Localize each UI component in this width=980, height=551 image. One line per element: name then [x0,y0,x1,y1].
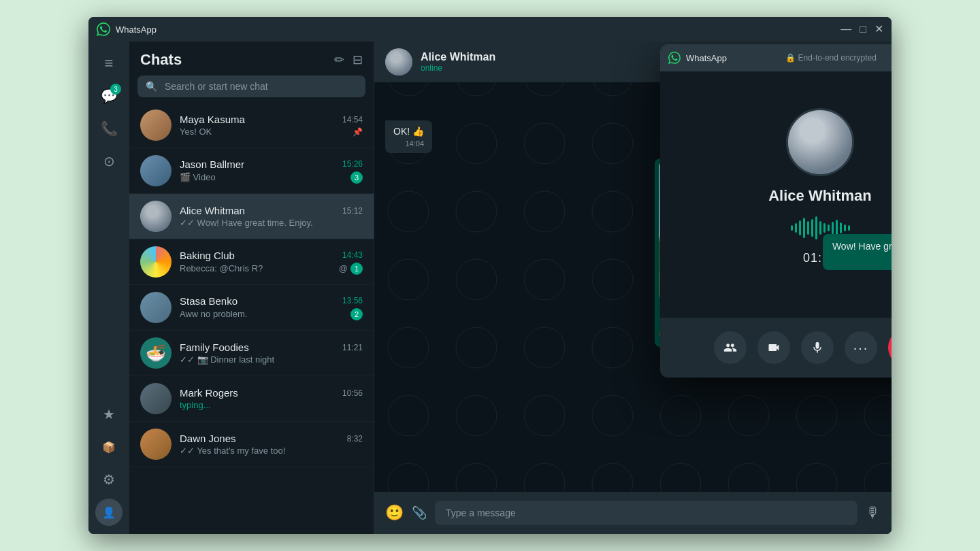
chat-preview-baking: Rebecca: @Chris R? [180,263,263,273]
chat-preview-maya: Yes! OK [180,127,212,137]
chat-name-stasa: Stasa Benko [180,295,238,307]
chat-time-mark: 10:56 [342,388,363,398]
filter-icon[interactable]: ⊟ [353,52,363,67]
profile-avatar[interactable]: 👤 [95,499,122,526]
chat-header-avatar[interactable] [385,48,412,76]
chat-item-baking[interactable]: Baking Club 14:43 Rebecca: @Chris R? @ 1 [129,239,374,285]
chat-info-alice: Alice Whitman 15:12 ✓✓ Wow! Have great t… [180,205,363,228]
chat-time-dawn: 8:32 [347,434,363,444]
title-bar-left: WhatsApp [97,22,157,36]
chat-info-dawn: Dawn Jones 8:32 ✓✓ Yes that's my fave to… [180,433,363,456]
message-ok-text: OK! 👍 [393,126,424,137]
chats-badge: 3 [110,84,121,95]
chat-time-stasa: 13:56 [342,296,363,305]
chat-list-header: Chats ✏ ⊟ [129,41,374,76]
menu-icon[interactable]: ≡ [95,50,122,77]
archived-nav-icon[interactable]: 📦 [95,433,122,461]
unread-badge-jason: 3 [350,171,363,184]
chat-name-maya: Maya Kasuma [180,114,245,125]
microphone-icon [811,341,824,354]
chat-time-baking: 14:43 [342,250,363,260]
chat-item-alice[interactable]: Alice Whitman 15:12 ✓✓ Wow! Have great t… [129,194,374,239]
chats-nav-icon[interactable]: 💬 3 [95,82,122,110]
app-title: WhatsApp [116,24,157,35]
more-options-btn[interactable]: ··· [845,331,877,364]
message-input[interactable] [435,501,858,525]
chat-item-jason[interactable]: Jason Ballmer 15:26 🎬 Video 3 [129,148,374,194]
call-body: Alice Whitman [660,71,892,318]
new-chat-icon[interactable]: ✏ [334,52,344,67]
search-icon: 🔍 [146,81,157,92]
calls-nav-icon[interactable]: 📞 [95,115,122,142]
pin-icon-maya: 📌 [353,127,363,137]
mute-btn[interactable] [801,331,834,364]
participants-btn[interactable] [714,331,747,364]
chat-info-jason: Jason Ballmer 15:26 🎬 Video 3 [180,158,363,184]
chat-main: Alice Whitman online 📹 📞 🔍 Here a OK! 👍 [374,41,892,534]
title-bar-controls: — □ ✕ [840,24,883,35]
mic-icon[interactable]: 🎙 [866,504,881,522]
app-body: ≡ 💬 3 📞 ⊙ ★ 📦 ⚙ 👤 Chats ✏ ⊟ [88,41,892,534]
call-contact-name: Alice Whitman [768,187,872,205]
call-title-bar: WhatsApp 🔒 End-to-end encrypted — □ ✕ [660,44,892,71]
video-toggle-btn[interactable] [757,331,790,364]
avatar-family: 🍜 [140,337,172,369]
avatar-baking [140,246,172,278]
search-bar: 🔍 [137,76,365,97]
avatar-alice [140,201,172,232]
call-sent-message: Wow! Have great time. Enjoy. 15:12 ✓✓ [823,234,892,270]
call-overlay: WhatsApp 🔒 End-to-end encrypted — □ ✕ [660,44,892,378]
chat-name-baking: Baking Club [180,250,235,261]
settings-nav-icon[interactable]: ⚙ [95,466,122,493]
chat-preview-stasa: Aww no problem. [180,309,247,319]
chat-name-family: Family Foodies [180,341,249,353]
call-title-text: WhatsApp [686,53,727,63]
minimize-btn[interactable]: — [840,24,851,35]
chat-item-family[interactable]: 🍜 Family Foodies 11:21 ✓✓ 📷 Dinner last … [129,331,374,376]
chat-name-dawn: Dawn Jones [180,433,236,444]
chat-info-stasa: Stasa Benko 13:56 Aww no problem. 2 [180,295,363,320]
chat-input-bar: 🙂 📎 🎙 [374,492,892,534]
avatar-dawn [140,429,172,460]
status-nav-icon[interactable]: ⊙ [95,148,122,175]
chat-item-mark[interactable]: Mark Rogers 10:56 typing... [129,376,374,422]
chat-preview-alice: ✓✓ Wow! Have great time. Enjoy. [180,218,313,228]
chat-time-jason: 15:26 [342,159,363,169]
unread-badge-baking: 1 [350,263,363,275]
more-icon: ··· [853,340,869,356]
lock-icon: 🔒 [785,53,796,63]
chat-info-maya: Maya Kasuma 14:54 Yes! OK 📌 [180,114,363,137]
avatar-mark [140,383,172,414]
chat-preview-family: ✓✓ 📷 Dinner last night [180,354,274,365]
call-controls: ··· [660,318,892,378]
chat-list-panel: Chats ✏ ⊟ 🔍 Maya Kasuma 14:54 [129,41,374,534]
search-input[interactable] [137,76,365,97]
attachment-icon[interactable]: 📎 [412,505,427,520]
sidebar-nav: ≡ 💬 3 📞 ⊙ ★ 📦 ⚙ 👤 [88,41,129,534]
chat-item-maya[interactable]: Maya Kasuma 14:54 Yes! OK 📌 [129,103,374,148]
call-sent-message-time: 15:12 ✓✓ [832,254,892,263]
emoji-icon[interactable]: 🙂 [385,504,404,522]
chat-info-baking: Baking Club 14:43 Rebecca: @Chris R? @ 1 [180,250,363,275]
chat-item-dawn[interactable]: Dawn Jones 8:32 ✓✓ Yes that's my fave to… [129,422,374,467]
call-encrypted-label: 🔒 End-to-end encrypted [785,53,877,63]
chat-name-mark: Mark Rogers [180,387,238,399]
avatar-stasa [140,292,172,323]
call-wa-logo [668,52,681,64]
chat-time-alice: 15:12 [342,206,363,216]
call-sent-message-text: Wow! Have great time. Enjoy. [832,241,892,252]
chats-title: Chats [140,51,182,69]
chat-name-jason: Jason Ballmer [180,158,244,170]
starred-nav-icon[interactable]: ★ [95,401,122,428]
avatar-jason [140,155,172,186]
close-btn[interactable]: ✕ [875,24,883,35]
video-icon [767,341,781,354]
chat-item-stasa[interactable]: Stasa Benko 13:56 Aww no problem. 2 [129,285,374,331]
chat-preview-jason: 🎬 Video [180,172,216,182]
chat-time-maya: 14:54 [342,115,363,124]
call-contact-avatar [786,108,854,176]
maximize-btn[interactable]: □ [860,24,866,35]
participants-icon [723,341,737,354]
avatar-maya [140,110,172,141]
end-call-btn[interactable] [888,329,892,367]
